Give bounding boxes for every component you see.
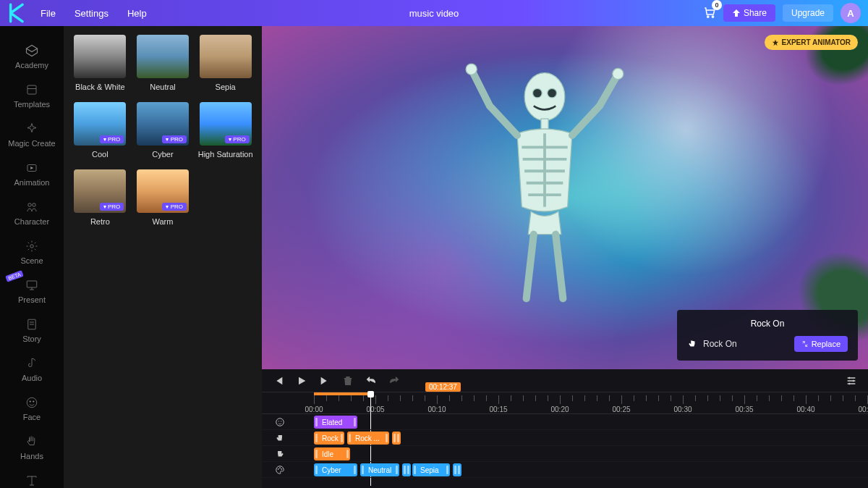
ruler-mark: 00:25 (612, 405, 630, 413)
svg-point-15 (33, 401, 35, 403)
next-frame-button[interactable] (318, 374, 331, 387)
nav-label: Templates (14, 100, 50, 109)
timeline: 00:12:37 00:0000:0500:1000:1500:2000:250… (262, 369, 868, 488)
templates-icon (25, 83, 39, 97)
filter-retro[interactable]: ▾ PRORetro (72, 169, 128, 227)
svg-point-35 (278, 468, 279, 469)
clip[interactable] (392, 432, 401, 445)
prev-frame-button[interactable] (272, 374, 285, 387)
track-head-face-icon[interactable] (262, 417, 298, 427)
pro-badge: ▾ PRO (225, 135, 250, 143)
clip[interactable]: Cyber (314, 463, 357, 476)
nav-item-magic[interactable]: Magic Create (0, 115, 64, 154)
svg-rect-9 (27, 281, 37, 287)
nav-item-academy[interactable]: Academy (0, 37, 64, 76)
menu-settings[interactable]: Settings (75, 8, 109, 19)
cart-icon[interactable]: 0 (703, 6, 716, 21)
timeline-ruler[interactable]: 00:12:37 00:0000:0500:1000:1500:2000:250… (262, 392, 868, 414)
clip[interactable]: Rock ... (347, 432, 389, 445)
filter-thumb: ▾ PRO (74, 102, 126, 146)
clip-label: Sepia (420, 466, 439, 474)
nav-label: Present (18, 295, 46, 304)
clip[interactable] (453, 463, 461, 476)
track-head-palette-icon[interactable] (262, 465, 298, 475)
filter-thumb (74, 35, 126, 78)
ruler-mark: 00:45 (858, 405, 868, 413)
track-head-hand-r-icon[interactable] (262, 449, 298, 459)
current-time-label: 00:12:37 (425, 382, 461, 392)
menu-file[interactable]: File (41, 8, 56, 19)
story-icon (25, 317, 39, 332)
nav-item-text[interactable]: Text Effects (0, 467, 64, 488)
menu-help[interactable]: Help (127, 8, 147, 19)
replace-label: Replace (812, 340, 841, 348)
cart-badge: 0 (712, 0, 722, 10)
nav-label: Academy (15, 61, 48, 70)
clip[interactable] (402, 463, 411, 476)
character-icon (25, 200, 39, 214)
nav-item-audio[interactable]: Audio (0, 350, 64, 389)
nav-item-hands[interactable]: Hands (0, 428, 64, 467)
filter-label: Cyber (152, 150, 173, 159)
timeline-track[interactable]: RockRock ... (262, 430, 868, 446)
viewport[interactable]: EXPERT ANIMATOR Rock On Rock On Replace (262, 26, 868, 369)
undo-button[interactable] (365, 374, 378, 387)
filter-bw[interactable]: Black & White (72, 35, 128, 92)
filter-label: Cool (92, 150, 109, 159)
filter-highsat[interactable]: ▾ PROHigh Saturation (197, 102, 253, 159)
ruler-mark: 00:40 (796, 405, 814, 413)
project-title[interactable]: music video (409, 8, 459, 19)
main-menu: File Settings Help (41, 8, 147, 19)
audio-icon (25, 356, 39, 371)
filter-neutral[interactable]: Neutral (135, 35, 191, 92)
clip[interactable]: Elated (314, 416, 357, 429)
avatar[interactable]: A (841, 3, 861, 23)
clip[interactable]: Idle (314, 447, 350, 460)
play-button[interactable] (295, 374, 308, 387)
filter-warm[interactable]: ▾ PROWarm (135, 169, 191, 227)
svg-point-13 (27, 397, 37, 408)
clip[interactable]: Rock (314, 432, 344, 445)
nav-item-animation[interactable]: Animation (0, 154, 64, 193)
track-head-hand-icon[interactable] (262, 433, 298, 443)
filter-label: Retro (90, 217, 110, 227)
magic-icon (25, 122, 39, 136)
filter-label: Sepia (216, 83, 236, 92)
svg-rect-2 (27, 85, 36, 94)
ruler-mark: 00:10 (427, 405, 446, 413)
nav-item-present[interactable]: BETAPresent (0, 272, 64, 311)
app-logo[interactable] (7, 3, 27, 23)
clip[interactable]: Neutral (360, 463, 399, 476)
redo-button[interactable] (388, 374, 401, 387)
timeline-track[interactable]: CyberNeutralSepia (262, 462, 868, 478)
nav-item-templates[interactable]: Templates (0, 76, 64, 115)
ruler-mark: 00:35 (735, 405, 753, 413)
svg-point-19 (524, 73, 565, 121)
upgrade-button[interactable]: Upgrade (783, 4, 833, 22)
timeline-track[interactable]: Elated (262, 414, 868, 430)
nav-item-scene[interactable]: Scene (0, 232, 64, 272)
scene-icon (25, 239, 39, 253)
replace-button[interactable]: Replace (794, 336, 848, 352)
nav-label: Story (22, 335, 41, 343)
pro-badge: ▾ PRO (100, 203, 124, 211)
svg-point-21 (548, 88, 557, 98)
svg-point-14 (30, 401, 31, 403)
nav-label: Scene (20, 256, 43, 265)
nav-item-face[interactable]: Face (0, 389, 64, 428)
clip[interactable]: Sepia (412, 463, 450, 476)
filter-sepia[interactable]: Sepia (197, 35, 253, 92)
beta-badge: BETA (5, 270, 23, 282)
ruler-mark: 00:05 (366, 405, 384, 413)
timeline-settings-icon[interactable] (845, 374, 858, 387)
filter-cyber[interactable]: ▾ PROCyber (135, 102, 191, 159)
filter-label: Neutral (150, 83, 175, 92)
nav-item-story[interactable]: Story (0, 311, 64, 350)
nav-item-character[interactable]: Character (0, 193, 64, 232)
expert-badge-label: EXPERT ANIMATOR (782, 38, 851, 46)
delete-button[interactable] (341, 374, 354, 387)
timeline-track[interactable]: Idle (262, 446, 868, 462)
share-button[interactable]: Share (723, 4, 775, 22)
filter-cool[interactable]: ▾ PROCool (72, 102, 128, 159)
svg-point-29 (466, 64, 477, 75)
